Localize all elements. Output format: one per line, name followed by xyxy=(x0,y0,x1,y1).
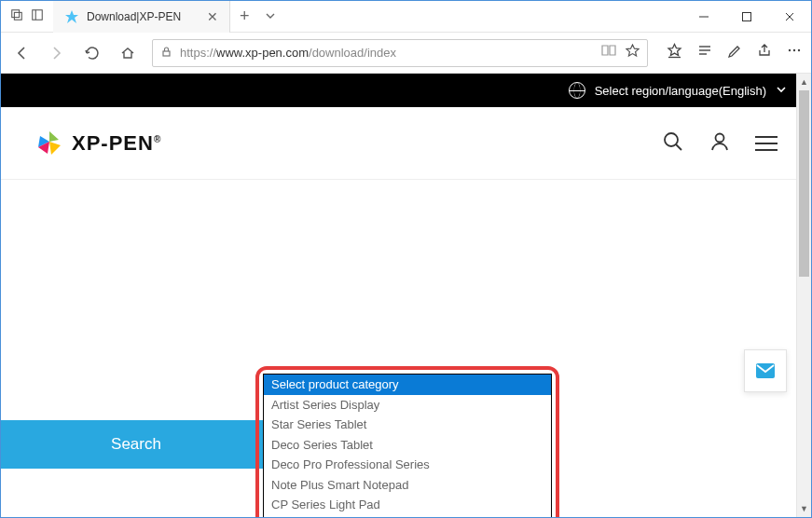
chevron-down-icon xyxy=(776,84,787,98)
svg-point-19 xyxy=(665,133,678,146)
favorites-icon[interactable] xyxy=(667,43,682,62)
svg-rect-1 xyxy=(14,12,21,20)
category-select[interactable]: Select product categoryArtist Series Dis… xyxy=(263,374,552,517)
more-icon[interactable] xyxy=(787,43,802,62)
svg-rect-0 xyxy=(12,9,20,17)
svg-marker-15 xyxy=(49,131,59,142)
svg-line-20 xyxy=(676,144,681,150)
url-text: https://www.xp-pen.com/download/index xyxy=(180,46,594,60)
close-icon[interactable]: ✕ xyxy=(207,9,218,24)
logo-text: XP-PEN® xyxy=(72,131,161,156)
search-button[interactable]: Search xyxy=(1,420,271,469)
mail-button[interactable] xyxy=(744,349,787,392)
logo[interactable]: XP-PEN® xyxy=(34,129,161,158)
svg-rect-6 xyxy=(743,12,751,20)
svg-marker-17 xyxy=(49,142,61,155)
globe-icon xyxy=(569,82,585,99)
share-icon[interactable] xyxy=(757,43,772,62)
tab-aside-icon[interactable] xyxy=(31,8,44,25)
maximize-button[interactable] xyxy=(725,1,768,33)
highlight-annotation: Select product categoryArtist Series Dis… xyxy=(255,366,559,517)
browser-addressbar: https://www.xp-pen.com/download/index xyxy=(1,33,811,74)
scrollbar[interactable]: ▲ ▼ xyxy=(796,74,811,517)
svg-marker-4 xyxy=(65,10,78,23)
select-option[interactable]: AC Series xyxy=(264,515,551,517)
reading-view-icon[interactable] xyxy=(601,44,616,61)
browser-tab[interactable]: Download|XP-PEN ✕ xyxy=(53,1,230,33)
scroll-thumb[interactable] xyxy=(799,90,809,277)
select-option[interactable]: CP Series Light Pad xyxy=(264,495,551,515)
search-icon[interactable] xyxy=(662,130,684,157)
select-option[interactable]: Select product category xyxy=(264,375,551,395)
select-option[interactable]: Artist Series Display xyxy=(264,395,551,416)
close-button[interactable] xyxy=(768,1,811,33)
home-button[interactable] xyxy=(117,42,139,64)
refresh-button[interactable] xyxy=(81,42,103,64)
site-header: XP-PEN® xyxy=(1,107,811,180)
address-input[interactable]: https://www.xp-pen.com/download/index xyxy=(152,39,648,67)
svg-rect-2 xyxy=(33,9,43,20)
header-actions xyxy=(662,130,778,157)
lock-icon xyxy=(160,45,172,61)
reading-list-icon[interactable] xyxy=(697,43,712,62)
forward-button[interactable] xyxy=(46,42,68,64)
page-content: Select region/language(English) XP-PEN® … xyxy=(1,74,811,517)
scroll-down-icon[interactable]: ▼ xyxy=(797,500,811,517)
account-icon[interactable] xyxy=(709,130,731,157)
tab-controls xyxy=(1,8,53,25)
new-tab-button[interactable]: + xyxy=(230,7,259,26)
search-label: Search xyxy=(111,435,161,454)
region-label: Select region/language(English) xyxy=(595,84,766,98)
select-option[interactable]: Deco Series Tablet xyxy=(264,435,551,456)
svg-point-14 xyxy=(798,49,800,51)
svg-rect-7 xyxy=(163,51,170,56)
back-button[interactable] xyxy=(10,42,33,64)
tab-chevron-icon[interactable] xyxy=(259,8,282,25)
favorite-icon[interactable] xyxy=(626,44,640,61)
svg-point-12 xyxy=(789,49,791,51)
svg-point-21 xyxy=(716,133,724,142)
select-option[interactable]: Deco Pro Professional Series xyxy=(264,455,551,475)
logo-mark xyxy=(34,129,64,158)
scroll-up-icon[interactable]: ▲ xyxy=(797,74,811,90)
minimize-button[interactable] xyxy=(682,1,725,33)
favicon xyxy=(64,9,79,24)
menu-icon[interactable] xyxy=(755,136,778,151)
region-bar[interactable]: Select region/language(English) xyxy=(1,74,811,107)
tab-title: Download|XP-PEN xyxy=(87,10,181,23)
window-controls xyxy=(682,1,811,33)
toolbar-right xyxy=(661,43,802,62)
browser-titlebar: Download|XP-PEN ✕ + xyxy=(1,1,811,33)
select-option[interactable]: Star Series Tablet xyxy=(264,415,551,435)
select-option[interactable]: Note Plus Smart Notepad xyxy=(264,475,551,496)
svg-point-13 xyxy=(793,49,795,51)
notes-icon[interactable] xyxy=(727,43,742,62)
tabs-overview-icon[interactable] xyxy=(10,8,23,25)
